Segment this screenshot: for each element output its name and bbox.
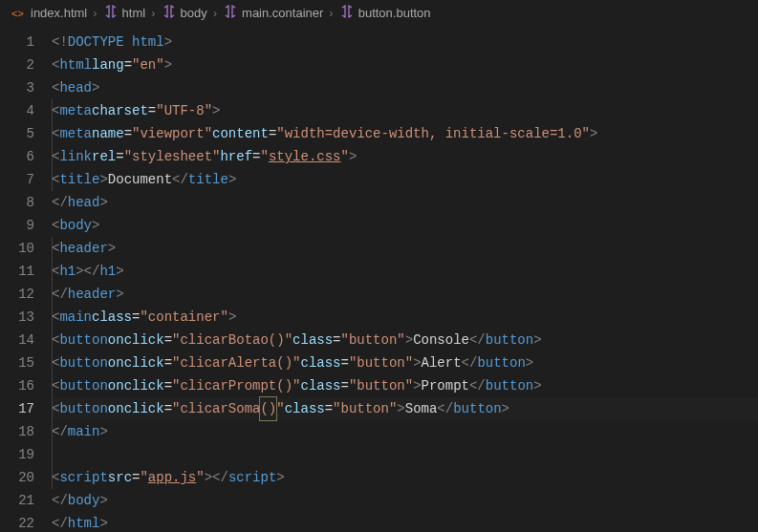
line-number: 6 [0,145,34,168]
breadcrumb-label: main.container [242,6,323,20]
code-line[interactable]: <button onclick="clicarAlerta()" class="… [52,351,758,374]
line-number: 1 [0,31,34,53]
line-number: 4 [0,99,34,122]
breadcrumb-item-html[interactable]: html [103,4,146,22]
code-line[interactable]: </header> [52,283,758,306]
chevron-right-icon: › [329,6,333,20]
breadcrumb-label: body [181,6,207,20]
line-number: 18 [0,420,34,443]
line-number: 9 [0,214,34,237]
breadcrumb-item-main[interactable]: main.container [223,4,323,22]
breadcrumb-file-label: index.html [31,6,87,20]
code-line[interactable]: <button onclick="clicarSoma()" class="bu… [52,397,758,420]
chevron-right-icon: › [93,6,97,20]
code-line[interactable]: <link rel="stylesheet" href="style.css"> [52,145,758,168]
breadcrumb-label: html [122,6,146,20]
svg-text:<>: <> [11,8,24,19]
code-line[interactable]: <title>Document</title> [52,168,758,191]
breadcrumb-file[interactable]: <> index.html [11,6,87,21]
code-editor[interactable]: 12345678910111213141516171819202122 <!DO… [0,27,758,532]
code-area[interactable]: <!DOCTYPE html><html lang="en"><head> <m… [52,31,758,532]
breadcrumb: <> index.html › html › body › main.conta… [0,0,758,27]
code-line[interactable]: <main class="container"> [52,306,758,329]
line-number: 14 [0,329,34,351]
code-line[interactable]: <header> [52,237,758,260]
line-number: 3 [0,76,34,99]
line-number: 5 [0,122,34,145]
code-line[interactable]: <button onclick="clicarPrompt()" class="… [52,374,758,397]
code-line[interactable]: <html lang="en"> [52,53,758,76]
code-line[interactable]: </body> [52,489,758,512]
chevron-right-icon: › [213,6,217,20]
code-line[interactable]: <h1></h1> [52,260,758,283]
line-number: 13 [0,306,34,329]
code-line[interactable]: </head> [52,191,758,214]
symbol-icon [223,4,238,22]
chevron-right-icon: › [151,6,155,20]
code-line[interactable] [52,443,758,466]
symbol-icon [162,4,177,22]
breadcrumb-item-body[interactable]: body [162,4,207,22]
code-line[interactable]: <script src="app.js"></script> [52,466,758,489]
line-number: 8 [0,191,34,214]
line-number: 22 [0,512,34,532]
line-number: 21 [0,489,34,512]
code-line[interactable]: <!DOCTYPE html> [52,31,758,53]
line-number: 12 [0,283,34,306]
line-number: 10 [0,237,34,260]
code-line[interactable]: </html> [52,512,758,532]
code-line[interactable]: </main> [52,420,758,443]
line-number: 15 [0,351,34,374]
symbol-icon [103,4,119,22]
line-number: 20 [0,466,34,489]
code-line[interactable]: <body> [52,214,758,237]
breadcrumb-item-button[interactable]: button.button [339,4,431,22]
symbol-icon [339,4,355,22]
code-line[interactable]: <button onclick="clicarBotao()" class="b… [52,329,758,351]
line-number: 2 [0,53,34,76]
code-line[interactable]: <meta name="viewport" content="width=dev… [52,122,758,145]
line-number: 16 [0,374,34,397]
line-number-gutter: 12345678910111213141516171819202122 [0,31,52,532]
breadcrumb-label: button.button [358,6,431,20]
code-line[interactable]: <head> [52,76,758,99]
line-number: 11 [0,260,34,283]
code-line[interactable]: <meta charset="UTF-8"> [52,99,758,122]
line-number: 17 [0,397,34,420]
file-icon: <> [11,6,27,21]
line-number: 19 [0,443,34,466]
line-number: 7 [0,168,34,191]
